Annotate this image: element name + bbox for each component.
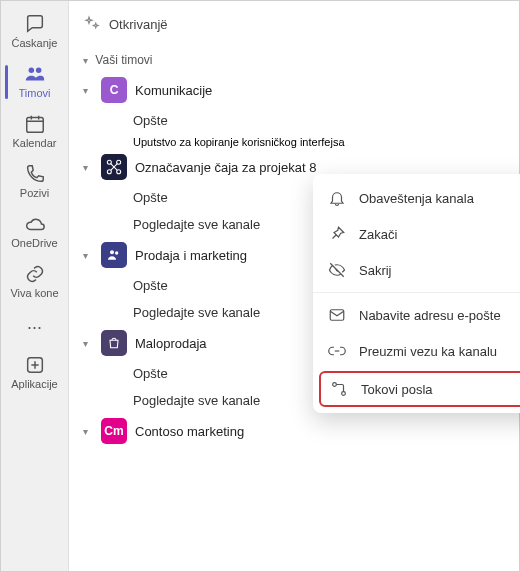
team-avatar xyxy=(101,242,127,268)
team-avatar xyxy=(101,330,127,356)
chevron-down-icon: ▾ xyxy=(83,338,93,349)
chat-icon xyxy=(24,13,46,35)
chevron-down-icon: ▾ xyxy=(83,250,93,261)
sparkle-icon xyxy=(83,15,101,33)
discover-label: Otkrivanjë xyxy=(109,17,168,32)
menu-item[interactable]: Zakači xyxy=(313,216,520,252)
rail-item-chat[interactable]: Ćaskanje xyxy=(5,7,65,57)
menu-item-label: Obaveštenja kanala xyxy=(359,191,474,206)
team-row[interactable]: ▾ C Komunikacije xyxy=(75,73,513,107)
channel-item[interactable]: Opšte xyxy=(125,107,513,134)
rail-item-teams[interactable]: Timovi xyxy=(5,57,65,107)
rail-label: Pozivi xyxy=(20,187,49,199)
svg-point-11 xyxy=(333,383,337,387)
rail-label: OneDrive xyxy=(11,237,57,249)
menu-item[interactable]: Tokovi posla xyxy=(319,371,520,407)
svg-point-9 xyxy=(115,251,118,254)
menu-item[interactable]: Nabavite adresu e-pošte xyxy=(313,297,520,333)
chevron-down-icon: ▾ xyxy=(83,55,88,66)
svg-rect-10 xyxy=(330,310,344,321)
rail-item-apps[interactable]: Aplikacije xyxy=(5,348,65,398)
link2-icon xyxy=(327,342,347,360)
teams-panel: Otkrivanjë ▾ Vaši timovi ▾ C Komunikacij… xyxy=(69,1,519,571)
menu-item[interactable]: Preuzmi vezu ka kanalu xyxy=(313,333,520,369)
phone-icon xyxy=(24,163,46,185)
menu-item-label: Sakrij xyxy=(359,263,392,278)
cloud-icon xyxy=(24,213,46,235)
team-name: Komunikacije xyxy=(135,83,505,98)
discover-button[interactable]: Otkrivanjë xyxy=(69,1,519,51)
team-avatar: C xyxy=(101,77,127,103)
menu-item-label: Preuzmi vezu ka kanalu xyxy=(359,344,497,359)
rail-item-viva[interactable]: Viva kone xyxy=(5,257,65,307)
team-avatar: Cm xyxy=(101,418,127,444)
chevron-down-icon: ▾ xyxy=(83,162,93,173)
mail-icon xyxy=(327,306,347,324)
rail-item-calls[interactable]: Pozivi xyxy=(5,157,65,207)
app-root: Ćaskanje Timovi Kalendar Pozivi OneDrive… xyxy=(0,0,520,572)
rail-label: Timovi xyxy=(19,87,51,99)
menu-item-label: Zakači xyxy=(359,227,397,242)
channel-context-menu: Obaveštenja kanala Zakači Sakrij Nabavit… xyxy=(313,174,520,413)
pin-icon xyxy=(327,225,347,243)
chevron-down-icon: ▾ xyxy=(83,426,93,437)
rail-label: Ćaskanje xyxy=(12,37,58,49)
calendar-icon xyxy=(24,113,46,135)
rail-item-onedrive[interactable]: OneDrive xyxy=(5,207,65,257)
channel-item[interactable]: Uputstvo za kopiranje korisničkog interf… xyxy=(125,134,513,150)
menu-item-label: Tokovi posla xyxy=(361,382,433,397)
bell-icon xyxy=(327,189,347,207)
flow-icon xyxy=(329,380,349,398)
menu-item[interactable]: Sakrij xyxy=(313,252,520,288)
team-name: Contoso marketing xyxy=(135,424,505,439)
rail-label: Kalendar xyxy=(12,137,56,149)
your-teams-label: Vaši timovi xyxy=(95,53,152,67)
team-name: Označavanje čaja za projekat 8 xyxy=(135,160,505,175)
svg-rect-2 xyxy=(26,118,43,133)
svg-point-8 xyxy=(110,250,114,254)
svg-point-0 xyxy=(28,68,33,74)
rail-label: Viva kone xyxy=(10,287,58,299)
chevron-down-icon: ▾ xyxy=(83,85,93,96)
apps-icon xyxy=(24,354,46,376)
menu-item[interactable]: Obaveštenja kanala xyxy=(313,180,520,216)
team-avatar xyxy=(101,154,127,180)
rail-more-button[interactable]: ··· xyxy=(27,307,42,348)
team-row[interactable]: ▾ Cm Contoso marketing xyxy=(75,414,513,448)
svg-point-12 xyxy=(342,392,346,396)
app-rail: Ćaskanje Timovi Kalendar Pozivi OneDrive… xyxy=(1,1,69,571)
your-teams-header[interactable]: ▾ Vaši timovi xyxy=(69,51,519,73)
menu-item-label: Nabavite adresu e-pošte xyxy=(359,308,501,323)
svg-point-1 xyxy=(35,68,40,74)
rail-item-calendar[interactable]: Kalendar xyxy=(5,107,65,157)
people-icon xyxy=(24,63,46,85)
link-icon xyxy=(24,263,46,285)
rail-label: Aplikacije xyxy=(11,378,57,390)
eye-off-icon xyxy=(327,261,347,279)
channel-list: OpšteUputstvo za kopiranje korisničkog i… xyxy=(75,107,513,150)
